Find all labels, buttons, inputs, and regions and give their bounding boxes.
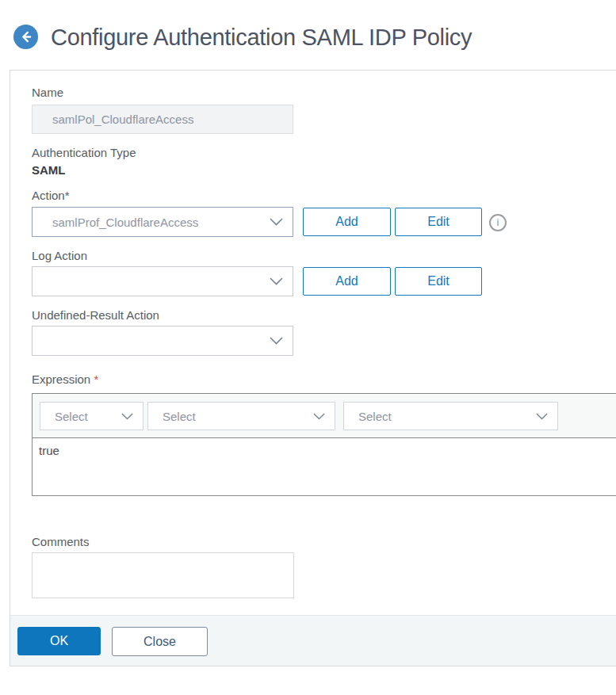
expression-operand-select-1[interactable]: Select [40,402,143,430]
action-label: Action* [32,189,70,202]
log-action-edit-button[interactable]: Edit [395,267,482,296]
chevron-down-icon [121,413,133,420]
close-button[interactable]: Close [112,627,208,656]
expression-operand-select-3[interactable]: Select [343,402,558,430]
comments-label: Comments [32,535,90,548]
name-input [32,105,293,134]
form-footer: OK Close [10,615,616,666]
expression-toolbar: Select Select Select [33,394,616,438]
comments-textarea[interactable] [32,552,294,598]
log-action-add-button[interactable]: Add [303,267,391,296]
expression-label: Expression * [32,372,98,386]
expression-operand-select-1-value: Select [40,410,121,423]
page-title: Configure Authentication SAML IDP Policy [51,21,472,53]
undefined-result-action-label: Undefined-Result Action [32,308,159,322]
expression-textarea[interactable]: true [33,438,616,495]
action-select[interactable]: samlProf_CloudflareAccess [32,207,293,237]
name-label: Name [32,86,63,99]
arrow-left-icon [18,29,33,44]
chevron-down-icon [270,337,283,345]
log-action-select[interactable] [32,266,293,296]
required-asterisk-glyph: * [94,372,98,386]
log-action-label: Log Action [32,249,87,262]
chevron-down-icon [270,218,283,226]
expression-label-text: Expression [32,372,90,386]
action-edit-button[interactable]: Edit [395,208,482,236]
action-select-value: samlProf_CloudflareAccess [33,216,270,229]
form-panel: Name Authentication Type SAML Action* sa… [10,70,616,666]
chevron-down-icon [313,413,325,420]
info-icon[interactable]: i [489,214,507,231]
back-button[interactable] [13,25,38,49]
expression-operand-select-2[interactable]: Select [147,402,335,430]
authentication-type-label: Authentication Type [32,146,136,159]
chevron-down-icon [270,277,283,285]
expression-editor: Select Select Select [32,393,616,496]
expression-operand-select-2-value: Select [148,410,313,423]
configure-saml-idp-policy-page: Configure Authentication SAML IDP Policy… [0,0,616,695]
authentication-type-value: SAML [32,163,66,177]
undefined-result-action-select[interactable] [32,326,293,356]
expression-operand-select-3-value: Select [344,410,536,423]
chevron-down-icon [536,413,548,420]
required-asterisk: * [94,372,98,386]
action-add-button[interactable]: Add [303,208,391,236]
ok-button[interactable]: OK [17,627,101,655]
